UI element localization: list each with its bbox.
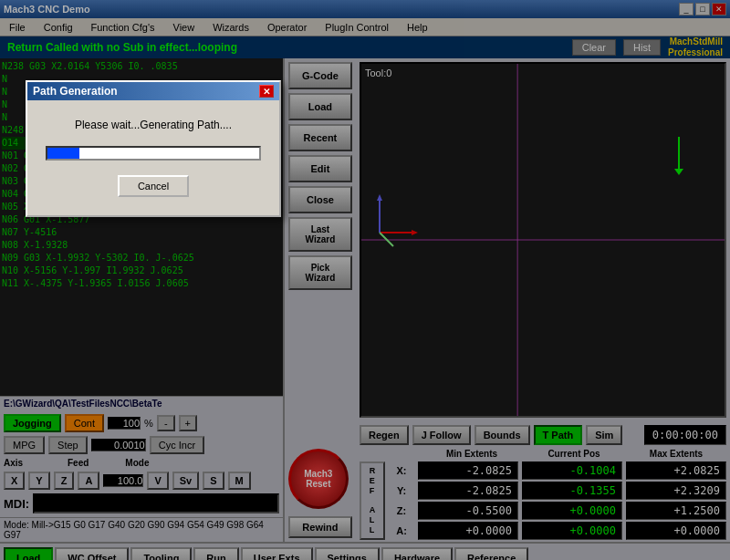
modal-cancel-button[interactable]: Cancel — [118, 175, 189, 197]
modal-title-text: Path Generation — [33, 85, 118, 98]
progress-bar-outer — [46, 146, 261, 161]
path-generation-modal: Path Generation ✕ Please wait...Generati… — [26, 80, 281, 217]
modal-message: Please wait...Generating Path.... — [46, 119, 261, 131]
progress-bar-inner — [47, 148, 79, 159]
modal-title-bar: Path Generation ✕ — [27, 82, 279, 100]
modal-overlay: Path Generation ✕ Please wait...Generati… — [0, 0, 730, 560]
modal-close-button[interactable]: ✕ — [259, 85, 274, 98]
modal-body: Please wait...Generating Path.... Cancel — [27, 100, 279, 215]
